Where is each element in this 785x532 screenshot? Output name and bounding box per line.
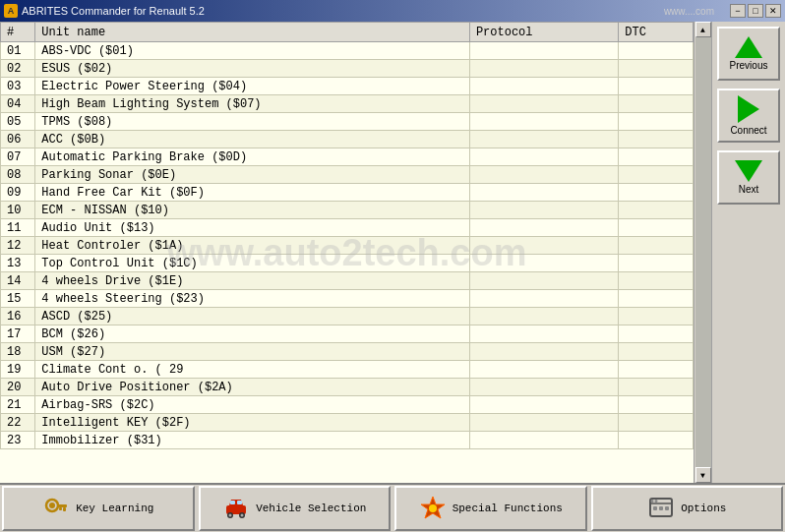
table-row[interactable]: 02ESUS ($02) [1,60,694,78]
key-learning-button[interactable]: Key Learning [2,486,195,531]
col-header-dtc: DTC [619,23,694,42]
title-bar-left: A ABRITES Commander for Renault 5.2 [4,4,205,18]
special-functions-label: Special Functions [453,502,563,514]
title-url: www....com [664,6,714,17]
next-button[interactable]: Next [717,150,780,205]
cell-num: 03 [1,78,35,95]
table-row[interactable]: 154 wheels Steering ($23) [1,290,694,308]
table-row[interactable]: 01ABS-VDC ($01) [1,42,694,60]
scroll-track[interactable] [695,37,711,467]
table-row[interactable]: 09Hand Free Car Kit ($0F) [1,184,694,202]
cell-num: 06 [1,131,35,148]
key-icon [42,495,70,522]
col-header-name: Unit name [35,23,470,42]
cell-protocol [469,78,618,95]
cell-num: 05 [1,113,35,131]
cell-dtc [619,325,694,343]
maximize-button[interactable]: □ [748,4,763,18]
star-icon [419,495,447,522]
cell-num: 21 [1,396,35,414]
cell-num: 14 [1,272,35,290]
svg-rect-3 [63,507,66,511]
cell-protocol [469,42,618,60]
table-row[interactable]: 06ACC ($0B) [1,131,694,148]
table-row[interactable]: 17BCM ($26) [1,325,694,343]
table-row[interactable]: 10ECM - NISSAN ($10) [1,202,694,219]
cell-name: Intelligent KEY ($2F) [35,414,470,432]
previous-button[interactable]: Previous [717,27,780,81]
table-row[interactable]: 20Auto Drive Positioner ($2A) [1,379,694,396]
cell-name: TPMS ($08) [35,113,470,131]
close-button[interactable]: ✕ [765,4,781,18]
cell-protocol [469,361,618,379]
cell-dtc [619,237,694,255]
cell-dtc [619,290,694,308]
cell-num: 12 [1,237,35,255]
cell-protocol [469,184,618,202]
cell-dtc [619,113,694,131]
svg-point-20 [651,500,654,502]
cell-name: Airbag-SRS ($2C) [35,396,470,414]
table-row[interactable]: 21Airbag-SRS ($2C) [1,396,694,414]
cell-protocol [469,379,618,396]
table-row[interactable]: 07Automatic Parking Brake ($0D) [1,148,694,166]
cell-dtc [619,202,694,219]
cell-dtc [619,42,694,60]
minimize-button[interactable]: − [730,4,746,18]
cell-num: 16 [1,308,35,325]
table-row[interactable]: 144 wheels Drive ($1E) [1,272,694,290]
cell-num: 09 [1,184,35,202]
cell-name: ESUS ($02) [35,60,470,78]
cell-num: 01 [1,42,35,60]
arrow-right-icon [738,95,759,123]
cell-protocol [469,237,618,255]
table-row[interactable]: 05TPMS ($08) [1,113,694,131]
table-row[interactable]: 22Intelligent KEY ($2F) [1,414,694,432]
cell-name: Heat Controler ($1A) [35,237,470,255]
vehicle-selection-button[interactable]: Vehicle Selection [199,486,392,531]
table-row[interactable]: 03Electric Power Steering ($04) [1,78,694,95]
arrow-down-icon [735,160,762,182]
cell-protocol [469,308,618,325]
table-row[interactable]: 23Immobilizer ($31) [1,432,694,449]
cell-dtc [619,184,694,202]
table-row[interactable]: 19Climate Cont o. ( 29 [1,361,694,379]
cell-dtc [619,432,694,449]
cell-name: ECM - NISSAN ($10) [35,202,470,219]
svg-rect-8 [237,501,242,504]
cell-name: USM ($27) [35,343,470,361]
table-row[interactable]: 08Parking Sonar ($0E) [1,166,694,184]
scrollbar[interactable]: ▲ ▼ [694,22,711,483]
cell-name: Hand Free Car Kit ($0F) [35,184,470,202]
cell-num: 08 [1,166,35,184]
svg-rect-2 [57,504,67,507]
cell-dtc [619,272,694,290]
cell-num: 17 [1,325,35,343]
main-container: www.auto2tech.com # Unit name Protocol D… [0,22,785,483]
col-header-num: # [1,23,35,42]
cell-protocol [469,219,618,237]
scroll-down-button[interactable]: ▼ [695,467,711,483]
cell-protocol [469,60,618,78]
table-row[interactable]: 11Audio Unit ($13) [1,219,694,237]
connect-button[interactable]: Connect [717,89,780,143]
cell-name: ABS-VDC ($01) [35,42,470,60]
next-label: Next [739,184,759,195]
scroll-up-button[interactable]: ▲ [695,22,711,37]
table-row[interactable]: 13Top Control Unit ($1C) [1,255,694,272]
options-button[interactable]: Options [591,486,784,531]
cell-name: Automatic Parking Brake ($0D) [35,148,470,166]
svg-point-10 [229,514,232,517]
vehicle-selection-label: Vehicle Selection [256,502,366,514]
cell-name: Auto Drive Positioner ($2A) [35,379,470,396]
car-icon [222,495,250,522]
table-row[interactable]: 04High Beam Lighting System ($07) [1,95,694,113]
special-functions-button[interactable]: Special Functions [394,486,587,531]
cell-num: 22 [1,414,35,432]
previous-label: Previous [730,60,768,71]
table-row[interactable]: 16ASCD ($25) [1,308,694,325]
cell-dtc [619,148,694,166]
svg-point-1 [49,502,55,508]
table-row[interactable]: 18USM ($27) [1,343,694,361]
table-row[interactable]: 12Heat Controler ($1A) [1,237,694,255]
